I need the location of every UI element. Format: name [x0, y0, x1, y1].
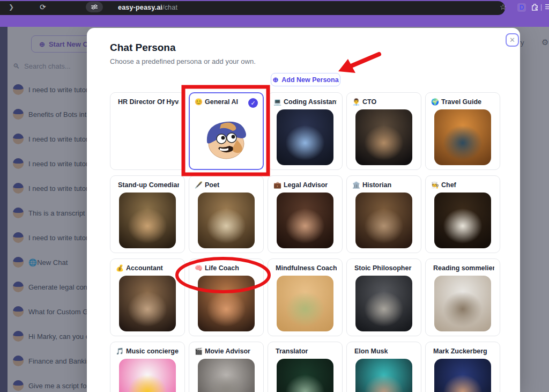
persona-emoji-icon: 🎵 [116, 347, 124, 355]
persona-name: Accountant [126, 264, 163, 272]
persona-title: 🏛️ Historian [352, 181, 416, 189]
side-panel-icon[interactable]: ☰ [545, 3, 549, 11]
persona-portrait [119, 359, 176, 392]
persona-portrait [434, 276, 491, 331]
mascot-boy-illustration [199, 110, 253, 164]
persona-portrait [434, 359, 491, 392]
persona-title: 💰 Accountant [116, 264, 179, 272]
extensions-puzzle-icon[interactable] [531, 3, 539, 13]
persona-card[interactable]: 🎬 Movie Advisor ✓ [189, 342, 264, 392]
persona-title: 🖋️ Poet [195, 181, 258, 189]
persona-emoji-icon: 🧑‍🍳 [431, 181, 439, 189]
persona-card[interactable]: Stoic Philosopher ✓ [346, 258, 421, 336]
persona-name: Poet [205, 181, 219, 189]
persona-title: 🎬 Movie Advisor [195, 347, 258, 355]
persona-name: Legal Advisor [284, 181, 328, 189]
extension-d-icon[interactable]: D [517, 3, 526, 12]
persona-card[interactable]: Translator ✓ [268, 342, 343, 392]
persona-card[interactable]: Reading sommelier ✓ [425, 258, 500, 336]
close-button[interactable]: ✕ [506, 33, 519, 47]
bookmark-star-icon[interactable]: ☆ [500, 3, 507, 11]
persona-emoji-icon: 💰 [116, 264, 124, 272]
persona-name: Music concierge [126, 347, 179, 355]
persona-portrait [277, 276, 333, 331]
persona-emoji-icon: 🌍 [431, 98, 439, 106]
persona-card[interactable]: Elon Musk ✓ [346, 342, 421, 392]
refresh-icon[interactable]: ⟳ [40, 3, 46, 11]
persona-card[interactable]: 🏛️ Historian ✓ [346, 175, 421, 253]
persona-emoji-icon: 💼 [273, 181, 281, 189]
modal-title: Chat Persona [110, 42, 175, 54]
persona-card[interactable]: 💰 Accountant ✓ [110, 258, 185, 336]
persona-card[interactable]: Mindfulness Coach ✓ [268, 258, 343, 336]
persona-title: Mindfulness Coach [273, 264, 337, 272]
persona-title: HR Director Of Hyva [116, 98, 179, 106]
persona-portrait [355, 193, 412, 248]
persona-card[interactable]: Stand-up Comedian ✓ [110, 175, 185, 253]
persona-name: Translator [276, 347, 308, 355]
persona-name: Mindfulness Coach [276, 264, 337, 272]
url-text[interactable]: easy-peasy.ai/chat [118, 4, 177, 11]
address-bar[interactable] [0, 1, 505, 15]
persona-portrait [355, 109, 412, 165]
persona-portrait [277, 359, 333, 392]
persona-portrait [198, 109, 255, 165]
persona-name: Stand-up Comedian [118, 181, 179, 189]
browser-toolbar: ❯ ⟳ easy-peasy.ai/chat ☆ D | ☰ [0, 0, 549, 27]
persona-emoji-icon: 🎬 [195, 347, 203, 355]
persona-portrait [198, 359, 255, 392]
persona-grid: HR Director Of Hyva ✓ 😊 General AI [110, 92, 504, 392]
site-settings-icon[interactable] [86, 2, 103, 12]
persona-card[interactable]: 🧑‍🍳 Chef ✓ [425, 175, 500, 253]
persona-card[interactable]: 💼 Legal Advisor ✓ [268, 175, 343, 253]
persona-name: Chef [441, 181, 456, 189]
persona-name: Reading sommelier [433, 264, 494, 272]
url-path: /chat [162, 4, 177, 11]
add-new-persona-button[interactable]: ⊕ Add New Persona [271, 73, 340, 86]
persona-emoji-icon: 🏛️ [352, 181, 360, 189]
persona-portrait [434, 109, 491, 165]
persona-title: 🌍 Travel Guide [431, 98, 494, 106]
persona-title: Stoic Philosopher [352, 264, 416, 272]
persona-card[interactable]: 🖋️ Poet ✓ [189, 175, 264, 253]
persona-name: Historian [362, 181, 391, 189]
forward-nav-icon[interactable]: ❯ [9, 3, 14, 11]
persona-card[interactable]: 🎵 Music concierge ✓ [110, 342, 185, 392]
persona-name: Coding Assistant [284, 98, 337, 106]
puzzle-glyph [531, 3, 539, 11]
persona-title: 💼 Legal Advisor [273, 181, 337, 189]
persona-card[interactable]: 👨‍💼 CTO ✓ [346, 92, 421, 170]
persona-title: 🎵 Music concierge [116, 347, 179, 355]
persona-portrait [434, 193, 491, 248]
persona-title: 👨‍💼 CTO [352, 98, 416, 106]
persona-name: CTO [362, 98, 376, 106]
persona-card[interactable]: Mark Zuckerberg ✓ [425, 342, 500, 392]
persona-name: Mark Zuckerberg [433, 347, 487, 355]
persona-name: General AI [205, 98, 238, 106]
persona-emoji-icon: 👨‍💼 [352, 98, 360, 106]
modal-subtitle: Choose a predefined persona or add your … [110, 57, 256, 65]
persona-title: Mark Zuckerberg [431, 347, 494, 355]
persona-card[interactable]: HR Director Of Hyva ✓ [110, 92, 185, 170]
persona-name: Life Coach [205, 264, 239, 272]
close-icon: ✕ [509, 36, 515, 44]
persona-title: Elon Musk [352, 347, 416, 355]
persona-portrait [277, 109, 333, 165]
persona-emoji-icon: 💻 [273, 98, 281, 106]
plus-circle-icon: ⊕ [272, 76, 278, 83]
persona-portrait [355, 359, 412, 392]
persona-emoji-icon: 😊 [195, 98, 203, 106]
persona-portrait [119, 276, 176, 331]
persona-name: Elon Musk [354, 347, 388, 355]
persona-name: HR Director Of Hyva [118, 98, 179, 106]
persona-title: 🧑‍🍳 Chef [431, 181, 494, 189]
persona-name: Stoic Philosopher [354, 264, 411, 272]
persona-card[interactable]: 🧠 Life Coach ✓ [189, 258, 264, 336]
tune-glyph [91, 4, 98, 10]
persona-card[interactable]: 💻 Coding Assistant ✓ [268, 92, 343, 170]
toolbar-separator: | [540, 3, 542, 11]
persona-emoji-icon: 🧠 [195, 264, 203, 272]
persona-card[interactable]: 😊 General AI ✓ [189, 92, 264, 170]
persona-title: Reading sommelier [431, 264, 494, 272]
persona-card[interactable]: 🌍 Travel Guide ✓ [425, 92, 500, 170]
